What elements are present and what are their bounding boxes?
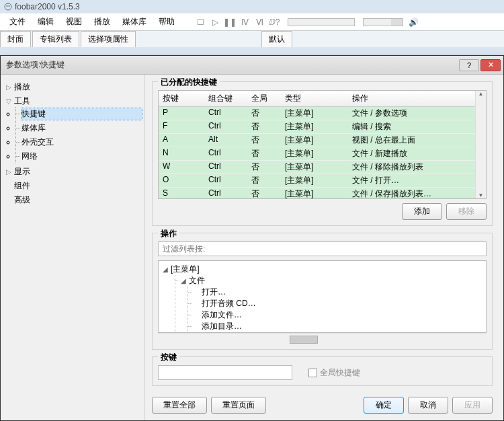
scroll-up-icon[interactable]: ▲ (478, 91, 484, 97)
action-tree-item[interactable]: 添加目录… (188, 321, 482, 332)
menu-play[interactable]: 播放 (89, 13, 116, 30)
tree-shortcuts[interactable]: 快捷键 (22, 108, 142, 120)
svg-point-0 (5, 3, 11, 10)
tree-shell-integration[interactable]: 外壳交互 (22, 137, 142, 148)
tree-media-library[interactable]: 媒体库 (22, 122, 142, 134)
tabbar: 封面 专辑列表 选择项属性 默认 (0, 31, 504, 47)
action-tree-file[interactable]: ◢文件 (175, 275, 482, 286)
key-input[interactable] (158, 365, 292, 380)
global-shortcut-label: 全局快捷键 (320, 367, 360, 379)
next-icon[interactable]: Ⅵ (254, 17, 265, 28)
keys-group: 按键 全局快捷键 (152, 356, 493, 386)
category-tree[interactable]: ▷播放 ▽工具 快捷键 媒体库 外壳交互 网络 ▷显示 组件 高级 (1, 75, 145, 420)
scroll-down-icon[interactable]: ▼ (478, 192, 484, 198)
svg-point-2 (9, 5, 10, 7)
cancel-button[interactable]: 取消 (408, 397, 448, 414)
dialog-titlebar: 参数选项:快捷键 ? ✕ (1, 56, 503, 75)
table-row[interactable]: FCtrl否[主菜单]编辑 / 搜索 (159, 120, 475, 134)
table-row[interactable]: OCtrl否[主菜单]文件 / 打开… (159, 174, 475, 188)
tree-tools[interactable]: ▽工具 (6, 95, 142, 107)
shortcut-table[interactable]: 按键 组合键 全局 类型 操作 PCtrl否[主菜单]文件 / 参数选项FCtr… (158, 90, 487, 199)
header-key[interactable]: 按键 (159, 91, 204, 106)
action-tree[interactable]: ◢[主菜单] ◢文件 打开…打开音频 CD…添加文件…添加目录… (158, 260, 487, 333)
close-button[interactable]: ✕ (480, 59, 501, 71)
dialog-title: 参数选项:快捷键 (6, 59, 65, 71)
app-icon (4, 3, 12, 11)
header-type[interactable]: 类型 (281, 91, 348, 106)
chevron-right-icon: ▷ (6, 168, 13, 176)
action-tree-item[interactable]: 打开… (188, 286, 482, 298)
reset-page-button[interactable]: 重置页面 (211, 397, 266, 414)
header-modifier[interactable]: 组合键 (204, 91, 247, 106)
apply-button[interactable]: 应用 (452, 397, 493, 414)
tree-network[interactable]: 网络 (22, 151, 142, 162)
header-action[interactable]: 操作 (348, 91, 475, 106)
action-tree-item[interactable]: 打开音频 CD… (188, 298, 482, 309)
menu-help[interactable]: 帮助 (153, 13, 180, 30)
add-button[interactable]: 添加 (402, 203, 442, 220)
stop-icon[interactable]: ☐ (195, 17, 206, 28)
filter-input[interactable] (158, 241, 487, 256)
tab-cover[interactable]: 封面 (0, 31, 31, 47)
tab-default[interactable]: 默认 (261, 31, 292, 47)
action-tree-root[interactable]: ◢[主菜单] (163, 264, 482, 275)
tree-components[interactable]: 组件 (6, 180, 142, 192)
tree-collapse-icon: ◢ (181, 277, 187, 284)
preferences-dialog: 参数选项:快捷键 ? ✕ ▷播放 ▽工具 快捷键 媒体库 外壳交互 网络 ▷显示… (0, 55, 504, 421)
chevron-right-icon: ▷ (6, 83, 13, 91)
playback-controls: ☐ ▷ ❚❚ Ⅳ Ⅵ ⅅ? (195, 17, 280, 28)
table-scrollbar[interactable]: ▲ ▼ (475, 91, 486, 198)
table-row[interactable]: WCtrl否[主菜单]文件 / 移除播放列表 (159, 161, 475, 174)
table-header: 按键 组合键 全局 类型 操作 (159, 91, 475, 107)
actions-group: 操作 ◢[主菜单] ◢文件 打开…打开音频 CD…添加文件…添加目录… (152, 233, 493, 350)
menu-file[interactable]: 文件 (4, 13, 31, 30)
svg-point-1 (7, 5, 8, 7)
remove-button[interactable]: 移除 (446, 203, 487, 220)
action-tree-item[interactable]: 添加文件… (188, 309, 482, 321)
header-global[interactable]: 全局 (247, 91, 281, 106)
table-row[interactable]: PCtrl否[主菜单]文件 / 参数选项 (159, 107, 475, 120)
global-shortcut-checkbox[interactable] (308, 369, 317, 377)
play-icon[interactable]: ▷ (210, 17, 220, 28)
keys-group-label: 按键 (158, 352, 179, 363)
assigned-shortcuts-group: 已分配的快捷键 按键 组合键 全局 类型 操作 PCtrl否[主菜单]文件 / … (152, 81, 493, 226)
action-tree-scrollbar[interactable] (158, 333, 487, 344)
table-row[interactable]: NCtrl否[主菜单]文件 / 新建播放 (159, 147, 475, 161)
menu-view[interactable]: 视图 (60, 13, 87, 30)
pause-icon[interactable]: ❚❚ (224, 17, 235, 28)
tree-playback[interactable]: ▷播放 (6, 81, 142, 93)
prev-icon[interactable]: Ⅳ (239, 17, 250, 28)
tab-selection-props[interactable]: 选择项属性 (81, 31, 136, 47)
ok-button[interactable]: 确定 (364, 397, 404, 414)
help-button[interactable]: ? (459, 59, 479, 71)
volume-slider[interactable] (363, 18, 403, 26)
main-window-title: foobar2000 v1.5.3 (15, 2, 80, 11)
tree-collapse-icon: ◢ (163, 266, 169, 273)
main-window-titlebar: foobar2000 v1.5.3 (0, 0, 504, 13)
seekbar[interactable] (288, 18, 355, 26)
speaker-icon[interactable]: 🔊 (409, 17, 419, 27)
table-row[interactable]: SCtrl否[主菜单]文件 / 保存播放列表… (159, 188, 475, 198)
table-row[interactable]: AAlt否[主菜单]视图 / 总在最上面 (159, 134, 475, 147)
random-icon[interactable]: ⅅ? (269, 17, 280, 28)
tab-album-list[interactable]: 专辑列表 (32, 31, 79, 47)
actions-group-label: 操作 (158, 228, 179, 239)
chevron-down-icon: ▽ (6, 98, 13, 105)
tree-advanced[interactable]: 高级 (6, 194, 142, 206)
assigned-group-label: 已分配的快捷键 (158, 77, 220, 88)
menubar: 文件 编辑 视图 播放 媒体库 帮助 ☐ ▷ ❚❚ Ⅳ Ⅵ ⅅ? 🔊 (0, 13, 504, 31)
menu-library[interactable]: 媒体库 (117, 13, 152, 30)
tree-display[interactable]: ▷显示 (6, 166, 142, 178)
reset-all-button[interactable]: 重置全部 (152, 397, 207, 414)
menu-edit[interactable]: 编辑 (32, 13, 59, 30)
